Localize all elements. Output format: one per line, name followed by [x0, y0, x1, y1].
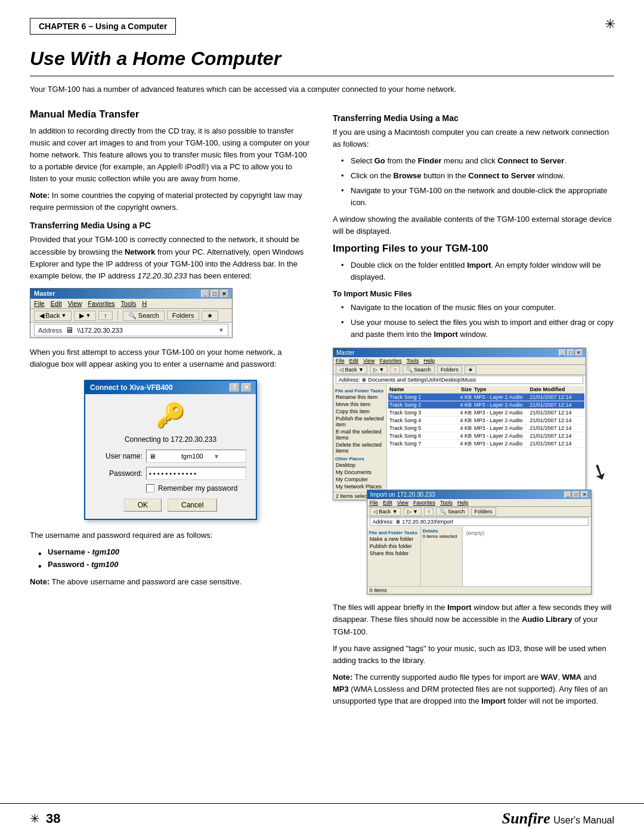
fm2-back-btn[interactable]: ◁ Back ▼ — [370, 507, 401, 516]
fm2-max-btn[interactable]: □ — [572, 491, 580, 498]
dialog-username-input[interactable]: 🖥 tgm100 ▼ — [146, 450, 246, 463]
explorer-forward-btn[interactable]: ▶ ▼ — [74, 311, 96, 321]
login-dialog: Connect to Xiva-VFB400 ? ✕ 🔑 Connecting … — [84, 380, 257, 520]
explorer-menu-view[interactable]: View — [68, 300, 82, 307]
fm1-min-btn[interactable]: _ — [559, 349, 566, 356]
fm1-place-computer[interactable]: My Computer — [335, 476, 385, 483]
fm2-menu-tools[interactable]: Tools — [440, 500, 453, 506]
explorer-minimize-btn[interactable]: _ — [201, 290, 209, 298]
fm2-fwd-btn[interactable]: ▷ ▼ — [404, 507, 422, 516]
manual-media-transfer-note: Note: In some countries the copying of m… — [30, 190, 311, 213]
fm2-task-new-folder[interactable]: Make a new folder — [369, 535, 419, 543]
fm1-search-btn[interactable]: 🔍 Search — [402, 366, 435, 374]
fm1-task-copy[interactable]: Copy this item — [335, 408, 385, 415]
explorer-address-dropdown[interactable]: ▼ — [218, 327, 224, 333]
dialog-help-btn[interactable]: ? — [230, 383, 239, 392]
import-music-steps: Navigate to the location of the music fi… — [343, 302, 614, 340]
fm2-menu-favorites[interactable]: Favorites — [413, 500, 435, 506]
fm2-addressbar[interactable]: Address: 🖥 172.20.30.233\Import — [370, 518, 589, 526]
login-dialog-container: Connect to Xiva-VFB400 ? ✕ 🔑 Connecting … — [30, 380, 311, 520]
dialog-username-label: User name: — [95, 452, 143, 460]
dialog-close-btn[interactable]: ✕ — [242, 383, 251, 392]
importing-step1-list: Double click on the folder entitled Impo… — [343, 259, 614, 283]
right-column: Transferring Media Using a Mac If you ar… — [333, 106, 614, 713]
fm2-task-publish[interactable]: Publish this folder — [369, 543, 419, 550]
drag-arrow: ➘ — [586, 456, 613, 487]
fm2-task-share[interactable]: Share this folder — [369, 550, 419, 557]
fm2-up-btn[interactable]: ↑ — [424, 507, 434, 516]
explorer-back-btn[interactable]: ◀ Back ▼ — [34, 311, 72, 321]
dialog-username-dropdown[interactable]: ▼ — [213, 453, 243, 460]
fm1-menubar: File Edit View Favorites Tools Help — [333, 357, 586, 365]
fm2-close-btn[interactable]: ✕ — [581, 491, 588, 498]
transfer-mac-body2: A window showing the available contents … — [333, 213, 614, 237]
fm1-file-row-1[interactable]: Track Song 14 KBMP3 - Layer 2 Audio21/01… — [388, 394, 584, 401]
explorer-address-value[interactable]: \\172.20.30.233 — [77, 327, 215, 334]
fm1-task-delete[interactable]: Delete the selected items — [335, 441, 385, 454]
dialog-password-label: Password: — [95, 469, 143, 478]
fm1-menu-file[interactable]: File — [336, 358, 345, 364]
bottom-bar: ✳ 38 Sunfire User's Manual — [0, 803, 644, 833]
explorer-up-btn[interactable]: ↑ — [98, 311, 113, 320]
fm1-menu-view[interactable]: View — [363, 358, 374, 364]
fm1-task-email[interactable]: E-mail the selected items — [335, 428, 385, 441]
fm1-max-btn[interactable]: □ — [567, 349, 574, 356]
fm1-sidebar: File and Folder Tasks Rename this item M… — [333, 385, 387, 492]
explorer-close-btn[interactable]: ✕ — [220, 290, 228, 298]
explorer-address-label: Address — [38, 327, 62, 334]
transfer-mac-steps: Select Go from the Finder menu and click… — [343, 155, 614, 209]
fm1-fwd-btn[interactable]: ▷ ▼ — [370, 366, 388, 374]
fm2-folders-btn[interactable]: Folders — [471, 507, 496, 516]
explorer-folders-btn[interactable]: Folders — [167, 311, 200, 320]
fm1-up-btn[interactable]: ↑ — [390, 366, 400, 374]
explorer-menu-help[interactable]: H — [142, 300, 147, 307]
fm2-menu-help[interactable]: Help — [457, 500, 469, 506]
fm2-search-btn[interactable]: 🔍 Search — [436, 507, 468, 516]
fm2-min-btn[interactable]: _ — [564, 491, 571, 498]
dialog-remember-row: Remember my password — [146, 484, 246, 493]
fm1-place-documents[interactable]: My Documents — [335, 469, 385, 476]
explorer-menu-file[interactable]: File — [34, 300, 45, 307]
fm1-task-move[interactable]: Move this item — [335, 401, 385, 408]
dialog-username-value: tgm100 — [181, 453, 211, 460]
explorer-menu-tools[interactable]: Tools — [121, 300, 137, 307]
fm1-back-btn[interactable]: ◁ Back ▼ — [336, 366, 367, 374]
fm1-close-btn[interactable]: ✕ — [575, 349, 583, 356]
explorer-favorites-icon[interactable]: ★ — [202, 311, 218, 321]
fm1-fav-btn[interactable]: ★ — [465, 366, 476, 374]
fm1-menu-tools[interactable]: Tools — [406, 358, 419, 364]
fm1-task-rename[interactable]: Rename this item — [335, 394, 385, 401]
mac-step-1: Select Go from the Finder menu and click… — [343, 155, 614, 167]
fm2-menu-view[interactable]: View — [397, 500, 408, 506]
dialog-ok-button[interactable]: OK — [124, 498, 162, 512]
fm1-file-row-2[interactable]: Track Song 24 KBMP3 - Layer 2 Audio21/01… — [388, 401, 584, 409]
importing-files-heading: Importing Files to your TGM-100 — [333, 243, 614, 255]
credentials-list: Username - tgm100 Password - tgm100 — [41, 546, 311, 571]
fm1-menu-favorites[interactable]: Favorites — [379, 358, 401, 364]
dialog-titlebar: Connect to Xiva-VFB400 ? ✕ — [85, 381, 256, 394]
explorer-search-btn[interactable]: 🔍 Search — [123, 311, 165, 321]
fm1-menu-help[interactable]: Help — [423, 358, 435, 364]
fm1-place-desktop[interactable]: Desktop — [335, 462, 385, 469]
fm2-menu-file[interactable]: File — [370, 500, 379, 506]
fm2-menu-edit[interactable]: Edit — [383, 500, 392, 506]
fm1-file-row-5[interactable]: Track Song 54 KBMP3 - Layer 2 Audio21/01… — [388, 425, 584, 432]
fm2-details-panel: Details 0 items selected — [421, 527, 463, 586]
dialog-cancel-button[interactable]: Cancel — [168, 498, 217, 512]
explorer-menu-favorites[interactable]: Favorites — [88, 300, 114, 307]
fm1-file-row-4[interactable]: Track Song 44 KBMP3 - Layer 2 Audio21/01… — [388, 417, 584, 425]
dialog-title: Connect to Xiva-VFB400 — [90, 383, 173, 392]
fm1-menu-edit[interactable]: Edit — [349, 358, 359, 364]
note-case-sensitive: Note: The above username and password ar… — [30, 576, 311, 588]
fm1-addressbar[interactable]: Address: 🖥 Documents and Settings\John\D… — [336, 376, 583, 384]
dialog-password-input[interactable]: •••••••••••• — [146, 467, 246, 480]
fm1-task-publish[interactable]: Publish the selected item — [335, 415, 385, 428]
explorer-menu-edit[interactable]: Edit — [51, 300, 62, 307]
dialog-remember-checkbox[interactable] — [146, 484, 154, 493]
fm1-file-row-6[interactable]: Track Song 64 KBMP3 - Layer 2 Audio21/01… — [388, 432, 584, 440]
fm1-file-row-3[interactable]: Track Song 34 KBMP3 - Layer 2 Audio21/01… — [388, 409, 584, 417]
fm1-folders-btn[interactable]: Folders — [437, 366, 462, 374]
explorer-maximize-btn[interactable]: □ — [210, 290, 219, 298]
fm1-file-row-7[interactable]: Track Song 74 KBMP3 - Layer 2 Audio21/01… — [388, 440, 584, 448]
fm1-other-places-heading: Other Places — [335, 456, 385, 462]
